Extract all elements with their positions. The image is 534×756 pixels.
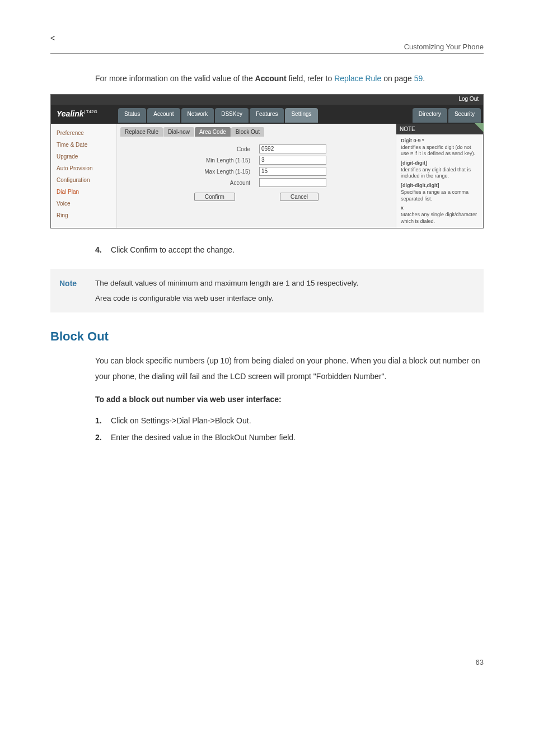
step-num: 2.	[95, 430, 111, 445]
note-panel: NOTE Digit 0-9 * Identifies a specific d…	[396, 124, 483, 228]
min-input[interactable]: 3	[259, 156, 326, 165]
subtab-blockout[interactable]: Block Out	[231, 127, 264, 137]
header-bar: Yealink| T42G Status Account Network DSS…	[51, 105, 483, 124]
note-block: Note The default values of minimum and m…	[50, 269, 484, 312]
step-num: 4.	[95, 242, 111, 258]
row-account: Account	[154, 178, 359, 187]
sidebar-item-preference[interactable]: Preference	[51, 127, 116, 139]
note1-b: Digit 0-9 *	[401, 138, 479, 144]
note2-b: [digit-digit]	[401, 160, 479, 167]
page-link[interactable]: 59	[414, 74, 423, 83]
t: field.	[277, 433, 296, 442]
tabs-right: Directory Security	[413, 105, 483, 124]
max-input[interactable]: 15	[259, 167, 326, 176]
note-label: Note	[59, 276, 95, 306]
sidebar-item-upgrade[interactable]: Upgrade	[51, 151, 116, 162]
replace-rule-link[interactable]: Replace Rule	[334, 74, 381, 83]
t: BlockOut Number	[215, 433, 277, 442]
subtab-dialnow[interactable]: Dial-now	[163, 127, 194, 137]
confirm-button[interactable]: Confirm	[194, 193, 235, 201]
sidebar-item-voice[interactable]: Voice	[51, 198, 116, 209]
row-min: Min Length (1-15) 3	[154, 156, 359, 165]
sidebar-item-timedate[interactable]: Time & Date	[51, 139, 116, 151]
t: field, refer to	[287, 74, 335, 83]
row-max: Max Length (1-15) 15	[154, 167, 359, 176]
step-text: Click Confirm to accept the change.	[111, 242, 235, 258]
page-header: Customizing Your Phone	[50, 43, 484, 54]
note-line1: The default values of minimum and maximu…	[95, 276, 358, 291]
blockout-p1: You can block specific numbers (up 10) f…	[95, 353, 484, 384]
subtab-areacode[interactable]: Area Code	[195, 127, 231, 137]
tab-dsskey[interactable]: DSSKey	[215, 108, 249, 123]
step-text: Enter the desired value in the BlockOut …	[111, 430, 296, 445]
logo-text: Yealink	[57, 109, 84, 118]
t: Dial Plan	[176, 416, 208, 425]
t: .	[249, 416, 251, 425]
sidebar-item-dialplan[interactable]: Dial Plan	[51, 186, 116, 198]
note1-t: Identifies a specific digit (do not use …	[401, 144, 475, 157]
cancel-button[interactable]: Cancel	[280, 193, 318, 201]
tab-security[interactable]: Security	[448, 108, 481, 123]
subtabs: Replace Rule Dial-now Area Code Block Ou…	[120, 127, 392, 137]
step-num: 1.	[95, 413, 111, 428]
logo-model: | T42G	[84, 109, 97, 114]
t: For more information on the valid value …	[95, 74, 255, 83]
note3-b: [digit-digit,digit]	[401, 183, 479, 189]
button-row: Confirm Cancel	[154, 193, 359, 201]
sidebar-item-ring[interactable]: Ring	[51, 209, 116, 221]
t: Account	[255, 74, 287, 83]
note2-t: Identifies any digit dialed that is incl…	[401, 167, 471, 179]
code-input[interactable]: 0592	[259, 144, 326, 153]
note-line2: Area code is configurable via web user i…	[95, 291, 358, 306]
max-label: Max Length (1-15)	[186, 169, 254, 175]
t: to accept the change.	[157, 245, 235, 254]
account-input[interactable]	[259, 178, 326, 187]
t: Click	[111, 245, 130, 254]
code-label: Code	[186, 146, 254, 152]
subtab-replacerule[interactable]: Replace Rule	[120, 127, 163, 137]
tab-network[interactable]: Network	[181, 108, 214, 123]
t: Confirm	[130, 245, 157, 254]
tab-account[interactable]: Account	[147, 108, 180, 123]
intro-text: For more information on the valid value …	[95, 71, 484, 86]
t: Click on	[111, 416, 141, 425]
t: Settings	[141, 416, 170, 425]
blockout-sub: To add a block out number via web user i…	[95, 392, 484, 407]
tab-settings[interactable]: Settings	[285, 108, 317, 123]
blockout-step-2: 2. Enter the desired value in the BlockO…	[95, 430, 484, 445]
min-label: Min Length (1-15)	[186, 157, 254, 164]
screenshot-body: Preference Time & Date Upgrade Auto Prov…	[51, 124, 483, 228]
note-body: The default values of minimum and maximu…	[95, 276, 358, 306]
row-code: Code 0592	[154, 144, 359, 153]
area-code-form: Code 0592 Min Length (1-15) 3 Max Length…	[120, 141, 392, 204]
note4-t: Matches any single digit/character which…	[401, 212, 477, 224]
block-out-heading: Block Out	[50, 329, 484, 344]
page-number: 63	[50, 658, 484, 666]
t: ->	[208, 416, 215, 425]
note-heading: NOTE	[396, 124, 483, 134]
tab-features[interactable]: Features	[250, 108, 284, 123]
t: .	[423, 74, 425, 83]
brand-logo: Yealink| T42G	[51, 105, 117, 124]
step-text: Click on Settings->Dial Plan->Block Out.	[111, 413, 251, 428]
topbar: Log Out	[51, 95, 483, 105]
note3-t: Specifies a range as a comma separated l…	[401, 189, 469, 202]
step-4: 4. Click Confirm to accept the change.	[95, 242, 484, 258]
header-title: Customizing Your Phone	[404, 43, 484, 51]
tab-status[interactable]: Status	[118, 108, 146, 123]
logout-link[interactable]: Log Out	[458, 96, 479, 102]
t: ->	[169, 416, 176, 425]
sidebar: Preference Time & Date Upgrade Auto Prov…	[51, 124, 117, 228]
tab-directory[interactable]: Directory	[413, 108, 447, 123]
t: Block Out	[215, 416, 249, 425]
note4-b: x	[401, 205, 479, 212]
account-label: Account	[186, 180, 254, 186]
main-tabs: Status Account Network DSSKey Features S…	[117, 105, 318, 124]
sidebar-item-autoprovision[interactable]: Auto Provision	[51, 162, 116, 174]
main-panel: Replace Rule Dial-now Area Code Block Ou…	[117, 124, 396, 228]
t: Enter the desired value in the	[111, 433, 215, 442]
blockout-step-1: 1. Click on Settings->Dial Plan->Block O…	[95, 413, 484, 428]
embedded-screenshot: Log Out Yealink| T42G Status Account Net…	[50, 94, 484, 228]
t: on page	[381, 74, 414, 83]
sidebar-item-configuration[interactable]: Configuration	[51, 174, 116, 186]
